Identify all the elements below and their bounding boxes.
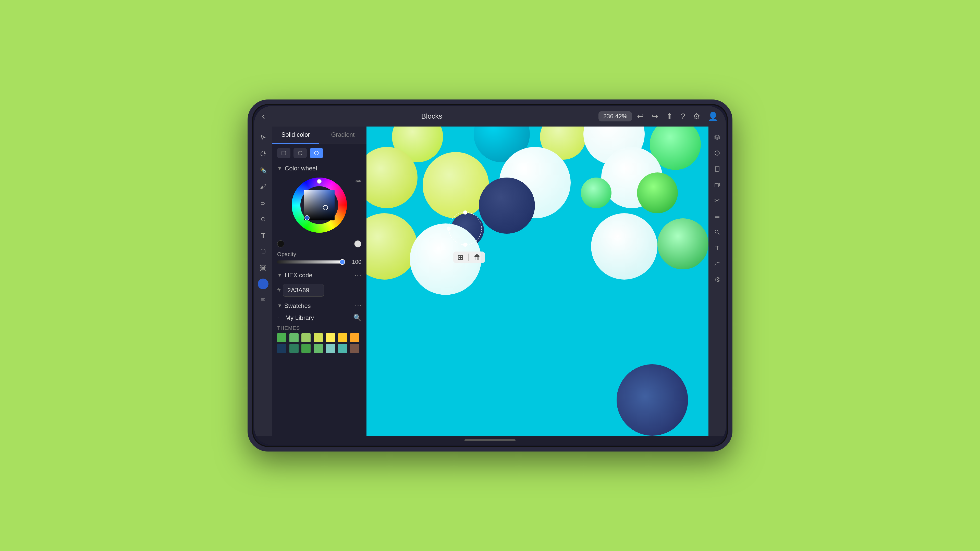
- swatch-item[interactable]: [290, 344, 299, 353]
- hex-input-wrapper: #: [277, 284, 361, 297]
- zoom-level[interactable]: 236.42%: [598, 111, 632, 121]
- effects-button[interactable]: [711, 148, 723, 159]
- hex-section-header[interactable]: ▼ HEX code ⋯: [272, 268, 366, 282]
- swatch-item[interactable]: [313, 333, 323, 342]
- pen-tool[interactable]: ✒️: [257, 164, 269, 176]
- swatches-icon-group: ⋯: [355, 302, 361, 310]
- color-picker-tool[interactable]: [258, 279, 269, 289]
- opacity-thumb[interactable]: [339, 259, 345, 265]
- bubble-15: [657, 218, 708, 269]
- hex-input-section: #: [272, 282, 366, 299]
- section-title-swatches: Swatches: [284, 302, 311, 310]
- section-title-wheel: Color wheel: [285, 165, 361, 172]
- back-button[interactable]: ‹: [262, 111, 265, 122]
- main-area: ✒️ 🖌 T: [254, 127, 726, 436]
- swatch-item[interactable]: [277, 333, 286, 342]
- tab-solid-color[interactable]: Solid color: [272, 127, 319, 144]
- eraser-tool[interactable]: [257, 197, 269, 209]
- settings-button[interactable]: ⚙: [693, 111, 700, 121]
- undo-button[interactable]: ↩: [637, 111, 644, 121]
- swatch-item[interactable]: [290, 333, 299, 342]
- scissors-button[interactable]: ✂: [711, 195, 723, 206]
- library-back-arrow: ←: [277, 314, 283, 321]
- left-toolbar: ✒️ 🖌 T: [254, 127, 272, 436]
- swatch-item[interactable]: [301, 344, 310, 353]
- eyedropper-button[interactable]: ✏: [355, 177, 361, 186]
- color-tab-bar: Solid color Gradient: [272, 127, 366, 144]
- bubble-14: [591, 213, 657, 279]
- bw-bar: [272, 238, 366, 249]
- svg-line-18: [718, 233, 719, 234]
- black-color-swatch[interactable]: [277, 240, 284, 248]
- mode-icon-3[interactable]: [310, 148, 323, 158]
- color-wheel[interactable]: [291, 177, 347, 233]
- svg-point-17: [715, 230, 718, 233]
- swatches-collapse-arrow: ▼: [277, 303, 282, 309]
- bottom-bar: [254, 436, 726, 445]
- color-panel: Solid color Gradient: [272, 127, 366, 436]
- swatch-item[interactable]: [313, 344, 323, 353]
- opacity-label: Opacity: [272, 249, 366, 259]
- swatch-item[interactable]: [338, 333, 347, 342]
- svg-rect-0: [261, 203, 264, 205]
- svg-point-8: [314, 151, 318, 155]
- shape-tool[interactable]: [257, 213, 269, 225]
- color-wheel-container: ✏: [272, 175, 366, 238]
- swatch-item[interactable]: [277, 344, 286, 353]
- opacity-value: 100: [348, 259, 361, 265]
- user-button[interactable]: 👤: [708, 111, 718, 121]
- white-color-swatch[interactable]: [354, 240, 361, 248]
- svg-point-1: [261, 218, 265, 221]
- swatch-item[interactable]: [326, 344, 335, 353]
- image-tool[interactable]: 🖼: [257, 262, 269, 274]
- text-tool[interactable]: T: [257, 230, 269, 241]
- redo-button[interactable]: ↪: [652, 111, 659, 121]
- hex-menu-button[interactable]: ⋯: [354, 271, 361, 279]
- search-canvas-button[interactable]: [711, 227, 723, 238]
- wheel-handle-blue[interactable]: [304, 215, 310, 221]
- my-library-row[interactable]: ← My Library 🔍: [272, 312, 366, 324]
- curve-button[interactable]: [711, 258, 723, 269]
- tab-gradient[interactable]: Gradient: [319, 127, 366, 144]
- context-duplicate-icon[interactable]: ⊞: [457, 253, 463, 262]
- duplicate-button[interactable]: [711, 179, 723, 190]
- context-divider: [468, 254, 469, 261]
- settings-canvas-button[interactable]: ⚙: [711, 274, 723, 285]
- library-search-button[interactable]: 🔍: [353, 314, 361, 322]
- align-tool[interactable]: [257, 294, 269, 306]
- swatch-item[interactable]: [338, 344, 347, 353]
- color-wheel-header[interactable]: ▼ Color wheel: [272, 162, 366, 175]
- swatches-title-area: ▼ Swatches: [277, 302, 355, 310]
- mode-icon-2[interactable]: [293, 148, 307, 158]
- canvas-area[interactable]: ⊞ 🗑: [366, 127, 708, 436]
- svg-rect-13: [715, 183, 718, 187]
- transform-tool[interactable]: [257, 246, 269, 258]
- swatch-item[interactable]: [350, 333, 360, 342]
- swatch-item[interactable]: [326, 333, 335, 342]
- square-handle[interactable]: [323, 205, 328, 210]
- select-tool[interactable]: [257, 132, 269, 143]
- collapse-arrow: ▼: [277, 165, 282, 171]
- text-format-button[interactable]: T: [711, 242, 723, 254]
- right-toolbar: ✂ T: [708, 127, 726, 436]
- context-delete-icon[interactable]: 🗑: [474, 253, 481, 262]
- wheel-handle-white[interactable]: [317, 179, 321, 184]
- swatch-item[interactable]: [301, 333, 310, 342]
- list-button[interactable]: [711, 211, 723, 222]
- pages-button[interactable]: [711, 163, 723, 175]
- mode-icons-row: [272, 144, 366, 162]
- share-button[interactable]: ⬆: [666, 111, 673, 121]
- layers-button[interactable]: [711, 132, 723, 143]
- bubble-selected: [479, 178, 535, 233]
- library-name: My Library: [285, 314, 351, 321]
- home-indicator[interactable]: [465, 439, 515, 441]
- toolbar-icons: ↩ ↪ ⬆ ? ⚙ 👤: [637, 111, 718, 121]
- lasso-tool[interactable]: [257, 148, 269, 160]
- help-button[interactable]: ?: [681, 112, 685, 121]
- mode-icon-1[interactable]: [277, 148, 290, 158]
- opacity-slider[interactable]: [277, 260, 345, 264]
- swatches-menu-button[interactable]: ⋯: [355, 302, 361, 310]
- brush-tool[interactable]: 🖌: [257, 181, 269, 192]
- hex-input[interactable]: [283, 284, 324, 297]
- swatch-item[interactable]: [350, 344, 360, 353]
